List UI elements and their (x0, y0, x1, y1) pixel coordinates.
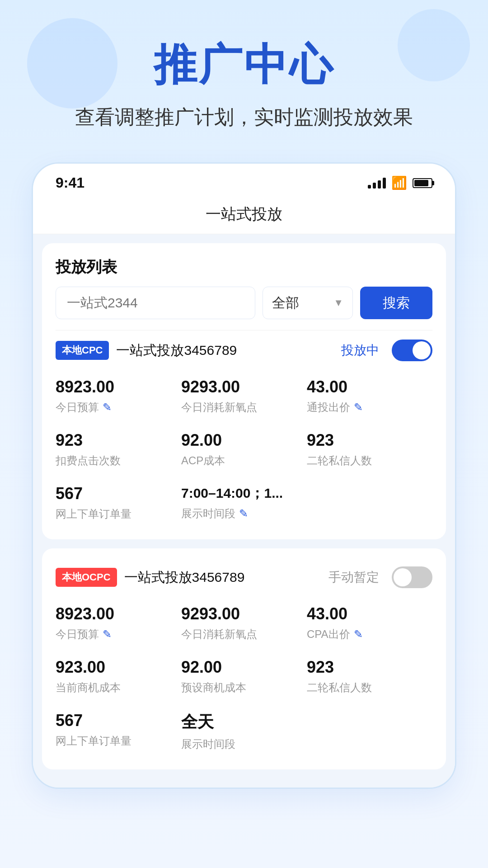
stat-label: 网上下单订单量 (56, 507, 181, 521)
content-area: 投放列表 全部 ▼ 搜索 本地CPC 一站式投放3456789 投放中 (33, 234, 455, 788)
ad-1-name: 一站式投放3456789 (116, 341, 334, 360)
edit-icon[interactable]: ✎ (103, 401, 112, 414)
search-row: 全部 ▼ 搜索 (56, 287, 432, 319)
stat-label: 今日预算 ✎ (56, 400, 181, 415)
stat-label: ACP成本 (181, 453, 307, 468)
search-button[interactable]: 搜索 (360, 287, 432, 319)
filter-dropdown[interactable]: 全部 ▼ (263, 287, 353, 319)
tag-cpc: 本地CPC (56, 341, 109, 360)
stat-value: 923 (56, 431, 181, 450)
stat-label: 二轮私信人数 (307, 680, 432, 695)
stat-label: 二轮私信人数 (307, 453, 432, 468)
stat-cell: 923 二轮私信人数 (307, 651, 432, 704)
battery-icon (413, 178, 432, 188)
stat-cell: 8923.00 今日预算 ✎ (56, 370, 181, 424)
ad-2-name: 一站式投放3456789 (124, 568, 321, 587)
stat-cell: 9293.00 今日消耗新氧点 (181, 370, 307, 424)
stat-cell: 92.00 ACP成本 (181, 424, 307, 477)
stat-label: 展示时间段 (181, 737, 307, 751)
status-icons: 📶 (368, 175, 432, 190)
stat-label: 网上下单订单量 (56, 734, 181, 748)
chevron-down-icon: ▼ (333, 297, 343, 309)
stat-cell: 923 扣费点击次数 (56, 424, 181, 477)
stat-label: CPA出价 ✎ (307, 627, 432, 642)
phone-mockup: 9:41 📶 一站式投放 投放列表 全部 (32, 162, 456, 789)
stat-cell: 923 二轮私信人数 (307, 424, 432, 477)
ad-1-stats-row-2: 923 扣费点击次数 92.00 ACP成本 923 (56, 424, 432, 477)
stat-cell: 567 网上下单订单量 (56, 704, 181, 760)
status-time: 9:41 (56, 175, 84, 191)
stat-label: 展示时间段 ✎ (181, 506, 307, 521)
edit-icon[interactable]: ✎ (103, 628, 112, 641)
ad-1-toggle[interactable] (392, 340, 432, 361)
stat-cell-empty (307, 477, 432, 530)
stat-value: 全天 (181, 711, 307, 733)
edit-icon[interactable]: ✎ (354, 628, 363, 641)
stat-value: 9293.00 (181, 377, 307, 396)
ad-list-card-2: 本地OCPC 一站式投放3456789 手动暂定 8923.00 今日预算 ✎ (42, 548, 446, 769)
stat-label: 预设商机成本 (181, 680, 307, 695)
stat-cell: 8923.00 今日预算 ✎ (56, 597, 181, 651)
ad-2-stats-row-2: 923.00 当前商机成本 92.00 预设商机成本 923 (56, 651, 432, 704)
stat-value: 9293.00 (181, 604, 307, 623)
ad-item-2-header: 本地OCPC 一站式投放3456789 手动暂定 (56, 566, 432, 588)
stat-label: 通投出价 ✎ (307, 400, 432, 415)
stat-cell: 43.00 通投出价 ✎ (307, 370, 432, 424)
status-bar: 9:41 📶 (33, 164, 455, 197)
ad-1-stats-row-3: 567 网上下单订单量 7:00–14:00；1... 展示时间段 ✎ (56, 477, 432, 530)
search-input[interactable] (56, 287, 255, 319)
ad-2-stats-row-1: 8923.00 今日预算 ✎ 9293.00 今日消耗新氧点 43.00 (56, 597, 432, 651)
ad-2-status-label: 手动暂定 (328, 569, 379, 586)
ad-1-stats-row-1: 8923.00 今日预算 ✎ 9293.00 今日消耗新氧点 43.00 (56, 370, 432, 424)
filter-label: 全部 (272, 294, 299, 312)
header-section: 推广中心 查看调整推广计划，实时监测投放效果 (0, 0, 488, 149)
stat-label: 扣费点击次数 (56, 453, 181, 468)
stat-value: 923 (307, 431, 432, 450)
ad-item-2: 本地OCPC 一站式投放3456789 手动暂定 8923.00 今日预算 ✎ (56, 566, 432, 760)
stat-value: 92.00 (181, 658, 307, 677)
stat-value: 8923.00 (56, 377, 181, 396)
stat-cell: 923.00 当前商机成本 (56, 651, 181, 704)
stat-cell: 92.00 预设商机成本 (181, 651, 307, 704)
stat-cell: 43.00 CPA出价 ✎ (307, 597, 432, 651)
ad-item-1: 本地CPC 一站式投放3456789 投放中 8923.00 今日预算 ✎ 9 (56, 330, 432, 530)
nav-title: 一站式投放 (206, 205, 282, 222)
stat-value: 923 (307, 658, 432, 677)
list-title: 投放列表 (56, 257, 432, 278)
stat-label: 当前商机成本 (56, 680, 181, 695)
stat-label: 今日消耗新氧点 (181, 400, 307, 415)
ad-2-toggle[interactable] (392, 566, 432, 588)
stat-value: 567 (56, 484, 181, 503)
signal-icon (368, 178, 386, 189)
edit-icon[interactable]: ✎ (239, 507, 248, 520)
stat-value: 43.00 (307, 604, 432, 623)
ad-item-1-header: 本地CPC 一站式投放3456789 投放中 (56, 340, 432, 361)
stat-value: 567 (56, 711, 181, 730)
stat-cell-empty (307, 704, 432, 760)
stat-value: 923.00 (56, 658, 181, 677)
stat-value: 92.00 (181, 431, 307, 450)
wifi-icon: 📶 (391, 175, 407, 190)
stat-value: 7:00–14:00；1... (181, 484, 307, 503)
ad-list-card: 投放列表 全部 ▼ 搜索 本地CPC 一站式投放3456789 投放中 (42, 243, 446, 539)
stat-cell: 567 网上下单订单量 (56, 477, 181, 530)
page-main-title: 推广中心 (27, 36, 461, 95)
page-subtitle: 查看调整推广计划，实时监测投放效果 (27, 104, 461, 131)
stat-label: 今日消耗新氧点 (181, 627, 307, 642)
edit-icon[interactable]: ✎ (354, 401, 363, 414)
stat-label: 今日预算 ✎ (56, 627, 181, 642)
ad-2-stats-row-3: 567 网上下单订单量 全天 展示时间段 (56, 704, 432, 760)
tag-ocpc: 本地OCPC (56, 568, 117, 587)
ad-1-status-label: 投放中 (341, 342, 379, 359)
stat-cell: 全天 展示时间段 (181, 704, 307, 760)
stat-value: 43.00 (307, 377, 432, 396)
stat-value: 8923.00 (56, 604, 181, 623)
nav-bar: 一站式投放 (33, 197, 455, 234)
stat-cell: 7:00–14:00；1... 展示时间段 ✎ (181, 477, 307, 530)
stat-cell: 9293.00 今日消耗新氧点 (181, 597, 307, 651)
